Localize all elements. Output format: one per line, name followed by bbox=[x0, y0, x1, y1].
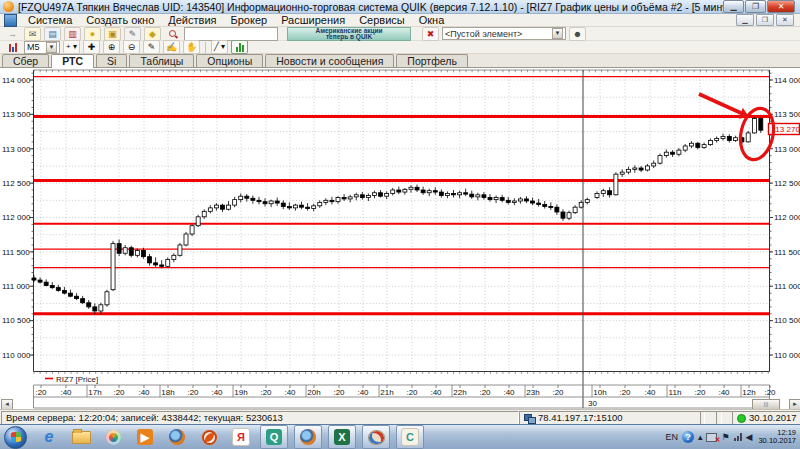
taskbar-apps: e▶ЯQXC bbox=[33, 425, 427, 449]
coins-icon[interactable]: ● bbox=[84, 27, 101, 41]
taskbar-ie-icon[interactable]: e bbox=[36, 426, 62, 448]
menu-item[interactable]: Расширения bbox=[274, 14, 352, 27]
taskbar-film-icon[interactable] bbox=[196, 426, 222, 448]
status-bar: Время сервера: 12:20:04; записей: 433844… bbox=[0, 409, 800, 424]
child-restore-button[interactable]: ❐ bbox=[756, 14, 774, 26]
svg-text::20: :20 bbox=[113, 388, 125, 397]
chart-legend: RIZ7 [Price] bbox=[45, 375, 98, 384]
child-minimize-button[interactable]: ▁ bbox=[736, 14, 754, 26]
zoom-in-tool[interactable]: ⊕ bbox=[103, 40, 120, 54]
hand-tool[interactable]: ✋ bbox=[183, 40, 200, 54]
tray-clock[interactable]: 12:19 30.10.2017 bbox=[758, 429, 796, 446]
svg-text:20h: 20h bbox=[307, 388, 320, 397]
search-icon[interactable] bbox=[164, 27, 181, 41]
svg-text:113 000: 113 000 bbox=[2, 145, 31, 154]
help-tray-icon[interactable]: ? bbox=[682, 431, 694, 443]
taskbar-firefox-2-icon[interactable] bbox=[294, 425, 322, 449]
action-center-icon[interactable]: ⚑ bbox=[721, 432, 729, 442]
start-button[interactable] bbox=[4, 426, 27, 449]
svg-text:10h: 10h bbox=[593, 388, 606, 397]
tab-Si[interactable]: Si bbox=[96, 54, 127, 67]
menu-item[interactable]: Система bbox=[21, 14, 79, 27]
network-error-icon[interactable] bbox=[706, 433, 717, 442]
svg-text:110 500: 110 500 bbox=[774, 316, 800, 325]
svg-text:111 500: 111 500 bbox=[774, 248, 800, 257]
menu-item[interactable]: Сервисы bbox=[352, 14, 412, 27]
chart-toolbar: M5 ▼ + ▾✚⊕⊖✎✍✋╱ ▾ bbox=[0, 41, 800, 54]
tab-Портфель[interactable]: Портфель bbox=[396, 54, 468, 67]
language-indicator[interactable]: EN bbox=[665, 432, 678, 442]
move-tool[interactable]: ✚ bbox=[83, 40, 100, 54]
taskbar-excel-icon[interactable]: X bbox=[328, 425, 356, 449]
taskbar-media-center-icon[interactable] bbox=[100, 426, 126, 448]
tab-Сбер[interactable]: Сбер bbox=[2, 54, 49, 67]
menu-item[interactable]: Брокер bbox=[224, 14, 275, 27]
svg-text:21h: 21h bbox=[380, 388, 393, 397]
child-close-button[interactable]: ✕ bbox=[776, 14, 794, 26]
svg-text::20: :20 bbox=[619, 388, 631, 397]
menu-item[interactable]: Создать окно bbox=[79, 14, 161, 27]
connection-address: 78.41.197.17:15100 bbox=[538, 412, 623, 424]
tab-Новости и сообщения[interactable]: Новости и сообщения bbox=[265, 54, 394, 67]
edit-tool[interactable]: ✎ bbox=[143, 40, 160, 54]
forward-icon[interactable]: → bbox=[4, 27, 21, 41]
tray-date: 30.10.2017 bbox=[758, 437, 796, 446]
svg-text:111 000: 111 000 bbox=[2, 282, 30, 291]
empty-element-dropdown[interactable]: <Пустой элемент> ▼ bbox=[442, 27, 566, 40]
tab-Таблицы[interactable]: Таблицы bbox=[129, 54, 194, 67]
taskbar-explorer-icon[interactable] bbox=[68, 426, 94, 448]
request-icon[interactable]: ▤ bbox=[44, 27, 61, 41]
tab-Опционы[interactable]: Опционы bbox=[196, 54, 263, 67]
zoom-out-tool[interactable]: ⊖ bbox=[123, 40, 140, 54]
svg-text:17h: 17h bbox=[88, 388, 101, 397]
clipboard-icon[interactable]: ✎ bbox=[124, 27, 141, 41]
system-tray: EN ? ▴ ⚑ ◀ 12:19 30.10.2017 bbox=[665, 429, 798, 446]
taskbar-quik-icon[interactable]: Q bbox=[260, 425, 288, 449]
svg-text:110 000: 110 000 bbox=[774, 351, 800, 360]
user-profile-icon[interactable]: ☻ bbox=[569, 27, 586, 41]
svg-text:12h: 12h bbox=[742, 388, 755, 397]
search-input[interactable] bbox=[184, 27, 278, 41]
price-chart-svg[interactable]: 114 000114 000113 500113 500113 000113 0… bbox=[0, 68, 800, 409]
add-indicator-button[interactable]: + ▾ bbox=[63, 40, 80, 54]
interval-dropdown[interactable]: M5 ▼ bbox=[24, 41, 60, 54]
show-hidden-icons[interactable]: ▴ bbox=[698, 432, 703, 442]
folder-icon[interactable]: ▣ bbox=[104, 27, 121, 41]
new-chart-button[interactable] bbox=[231, 40, 248, 54]
svg-text::40: :40 bbox=[430, 388, 442, 397]
quik-app-icon bbox=[3, 1, 14, 12]
svg-text:114 000: 114 000 bbox=[2, 76, 31, 85]
line-tool[interactable]: ╱ ▾ bbox=[211, 40, 228, 54]
tab-РТС[interactable]: РТС bbox=[51, 54, 94, 68]
svg-text:110 500: 110 500 bbox=[2, 316, 31, 325]
menu-items: СистемаСоздать окноДействияБрокерРасшире… bbox=[21, 14, 451, 27]
taskbar-player-icon[interactable]: ▶ bbox=[132, 426, 158, 448]
taskbar-firefox-icon[interactable] bbox=[164, 426, 190, 448]
chart-window-icon[interactable] bbox=[4, 14, 17, 27]
us-stocks-banner[interactable]: Американские акции теперь в QUIK bbox=[287, 27, 411, 41]
svg-text::20: :20 bbox=[35, 388, 47, 397]
money-bag-icon[interactable]: ◆ bbox=[144, 27, 161, 41]
report-alert-icon[interactable]: ▥ bbox=[64, 27, 81, 41]
menu-item[interactable]: Окна bbox=[412, 14, 452, 27]
close-button[interactable]: ✕ bbox=[767, 0, 795, 13]
volume-icon[interactable]: ◀ bbox=[746, 432, 753, 442]
svg-text:112 500: 112 500 bbox=[774, 179, 800, 188]
minimize-button[interactable]: ▁ bbox=[723, 0, 744, 13]
signal-icon[interactable] bbox=[734, 433, 742, 441]
chart-type-icon[interactable] bbox=[4, 40, 21, 54]
server-status-text: Время сервера: 12:20:04; записей: 433844… bbox=[6, 412, 283, 424]
menu-item[interactable]: Действия bbox=[161, 14, 223, 27]
taskbar-yandex-icon[interactable]: Я bbox=[228, 426, 254, 448]
maximize-button[interactable]: ❐ bbox=[745, 0, 766, 13]
taskbar-paint-icon[interactable] bbox=[362, 425, 390, 449]
pointer-tool[interactable]: ✍ bbox=[163, 40, 180, 54]
chevron-down-icon: ▼ bbox=[552, 28, 563, 39]
window-title: [FZQU497A Тяпкин Вячеслав UID: 143540] И… bbox=[18, 1, 723, 13]
taskbar-app-c-icon[interactable]: C bbox=[396, 425, 424, 449]
screen: { "window": { "title": "[FZQU497A Тяпкин… bbox=[0, 0, 800, 449]
message-icon[interactable]: ✉ bbox=[24, 27, 41, 41]
remove-element-icon[interactable]: ✖ bbox=[422, 27, 439, 41]
annotation-arrow bbox=[699, 94, 742, 114]
connection-panel: 78.41.197.17:15100 bbox=[519, 411, 705, 425]
